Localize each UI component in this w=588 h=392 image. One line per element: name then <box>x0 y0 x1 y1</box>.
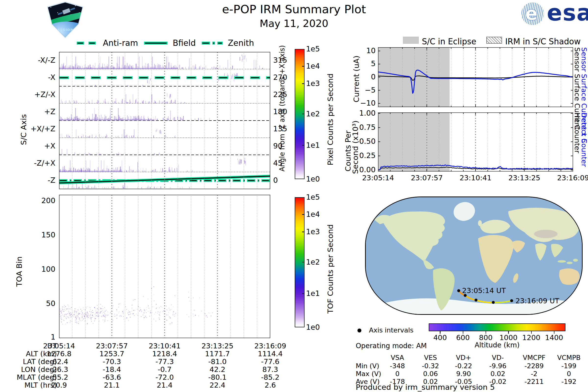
tick-label: −5 <box>349 86 376 94</box>
eph-value: 1171.7 <box>190 350 244 358</box>
voltage-value: -9.96 <box>478 362 518 370</box>
eph-ut-value: 23:07:57 <box>85 342 139 350</box>
eclipse-legend-label: S/C in Eclipse <box>422 37 476 46</box>
counts-right-label-black: Hit Counter <box>574 112 581 153</box>
tick-label: 150 <box>21 231 55 239</box>
colorbar-tick-label: 1e2 <box>306 258 320 266</box>
tick-label: 100 <box>21 266 55 273</box>
tick-label: +Z <box>21 108 55 116</box>
eph-value: 22.4 <box>190 382 244 389</box>
eph-value: -62.4 <box>32 358 86 365</box>
eph-value: -26.3 <box>32 366 86 373</box>
operating-mode: Operating mode: AM <box>356 342 427 350</box>
footer-version: Produced by irm_summary version 5 <box>356 383 495 392</box>
tick-label: -Z <box>21 177 55 184</box>
voltage-value: -2 <box>514 370 554 378</box>
eph-value: 1253.7 <box>85 350 139 358</box>
tick-label: -Z/+X <box>21 160 55 167</box>
colorbar-tick-label: 1e1 <box>306 290 320 297</box>
axis-intervals-label: Axis intervals <box>369 326 414 334</box>
tick-label: 0.00 <box>349 166 376 174</box>
eph-value: 20.9 <box>32 382 86 389</box>
colorbar-tick-label: 1e3 <box>306 228 320 236</box>
eph-value: -85.2 <box>243 374 297 381</box>
page-date: May 11, 2020 <box>172 18 416 30</box>
esa-globe-icon: e <box>521 2 544 25</box>
eph-value: 1276.8 <box>32 350 86 358</box>
bfield-legend-glyph <box>144 42 168 44</box>
voltage-value: 9.90 <box>444 370 483 378</box>
voltage-col-header: VMCPF <box>514 354 554 362</box>
tick-label: 50 <box>21 300 55 307</box>
eph-value: -77.3 <box>138 358 192 365</box>
satellite-icon <box>62 8 70 14</box>
sc-axis-right-label: Angle from -Z axis (towards +X axis) <box>278 66 286 172</box>
current-plot <box>378 47 573 107</box>
eph-value: 87.3 <box>243 366 297 373</box>
eph-value: 42.2 <box>190 366 244 373</box>
eph-value: -80.1 <box>190 374 244 381</box>
altitude-tick-label: 1400 <box>540 334 569 341</box>
page-title: e-POP IRM Summary Plot <box>172 2 416 16</box>
bfield-legend-label: Bfield <box>173 38 196 48</box>
tick-label: −10 <box>349 100 376 107</box>
right-time-tick-label: 23:13:25 <box>497 174 551 182</box>
tick-label: +X <box>21 142 55 150</box>
eph-ut-value: 23:16:09 <box>243 342 297 350</box>
tof-counts-colorbar-label: TOF Counts per Second <box>326 211 335 314</box>
eph-ut-value: 23:10:41 <box>138 342 192 350</box>
cassiope-patch-art-icon: CASSIOPE <box>46 2 85 37</box>
antiram-legend-glyph <box>77 42 96 44</box>
tick-label: 0.75 <box>349 124 376 131</box>
cassiope-label: CASSIOPE <box>46 28 85 32</box>
colorbar-tick-label: 1e4 <box>306 62 320 70</box>
colorbar-tick-label: 1e1 <box>306 142 320 149</box>
colorbar-tick-label: 1e5 <box>306 45 320 53</box>
toa-scatter-plot <box>59 195 270 338</box>
altitude-colorbar <box>429 324 566 331</box>
right-time-tick-label: 23:16:09 <box>546 174 588 182</box>
eph-value: -55.2 <box>32 374 86 381</box>
esa-logo: e <box>521 2 544 25</box>
voltage-value: -199 <box>549 362 588 370</box>
voltage-row-label: Max (V) <box>356 370 381 378</box>
counts-right-label-blue: Detect Counter <box>580 112 588 167</box>
voltage-value: -0.22 <box>444 362 483 370</box>
voltage-col-header: VCMPB <box>549 354 588 362</box>
altitude-colorbar-label: Altitude (km) <box>429 341 566 349</box>
eph-value: -0.7 <box>138 366 192 373</box>
tick-label: 1 <box>21 334 55 341</box>
voltage-row-label: Min (V) <box>356 362 379 370</box>
zenith-legend-label: Zenith <box>228 38 254 48</box>
colorbar-tick-label: 1e3 <box>306 80 320 87</box>
tick-label: 1.00 <box>349 110 376 117</box>
tick-label: 0 <box>349 73 376 80</box>
eph-value: -81.0 <box>190 358 244 365</box>
eclipse-legend-swatch <box>403 37 419 44</box>
voltage-value: -2289 <box>514 362 554 370</box>
cassiope-mission-patch: CASSIOPE <box>44 2 86 38</box>
colorbar-tick-label: 1e0 <box>306 324 320 331</box>
right-time-tick-label: 23:05:14 <box>351 174 405 182</box>
tick-label: 5 <box>349 60 376 68</box>
tick-label: 0.50 <box>349 138 376 145</box>
right-time-tick-label: 23:10:41 <box>448 174 502 182</box>
axis-intervals-dot-icon <box>358 328 362 332</box>
sc-axis-ylabel: S/C Axis <box>19 96 28 145</box>
colorbar-tick-label: 1e2 <box>306 110 320 118</box>
voltage-value: 0.02 <box>478 370 518 378</box>
eph-value: 21.1 <box>85 382 139 389</box>
voltage-col-header: VD+ <box>444 354 483 362</box>
eph-value: -18.4 <box>85 366 139 373</box>
voltage-value: -192 <box>549 378 588 386</box>
track-start-annotation: 23:05:14 UT <box>462 287 506 294</box>
tick-label: 200 <box>21 197 55 204</box>
eph-value: 1218.4 <box>138 350 192 358</box>
eph-value: 1114.4 <box>243 350 297 358</box>
eph-ut-value: 23:13:25 <box>190 342 244 350</box>
voltage-value: -2211 <box>514 378 554 386</box>
eph-value: -72.0 <box>138 374 192 381</box>
pixel-counts-colorbar-label: Pixel Counts per Second <box>326 62 335 166</box>
esa-wordmark: esa <box>547 3 588 23</box>
eph-value: -77.6 <box>243 358 297 365</box>
